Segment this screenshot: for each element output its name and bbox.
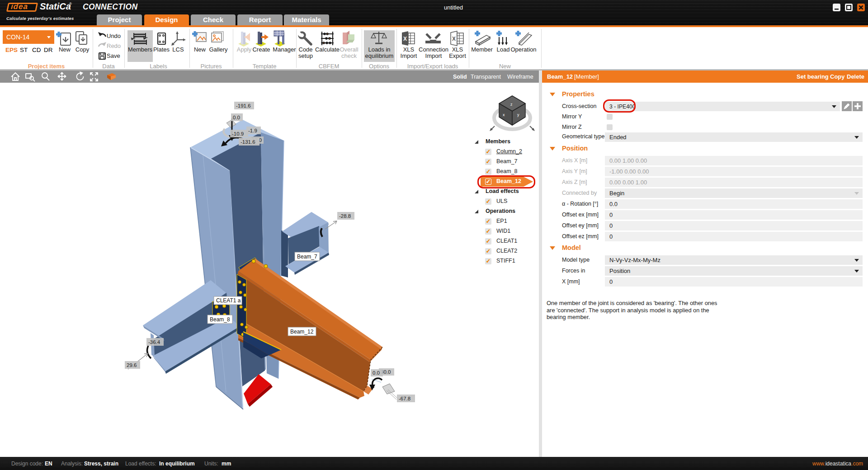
svg-text:29.6: 29.6 — [127, 362, 137, 368]
svg-text:Beam_7: Beam_7 — [297, 254, 317, 260]
svg-text:y: y — [517, 113, 519, 117]
svg-text:-36.4: -36.4 — [148, 339, 160, 345]
svg-text:-191.6: -191.6 — [236, 103, 251, 108]
svg-text:0.0: 0.0 — [373, 370, 380, 376]
svg-text:-28.8: -28.8 — [339, 213, 351, 219]
svg-text:-10.9: -10.9 — [232, 131, 244, 136]
svg-text:-131.6: -131.6 — [241, 139, 255, 145]
svg-text:Beam_8: Beam_8 — [210, 316, 230, 323]
svg-text:X: X — [403, 36, 407, 42]
svg-text:0.0: 0.0 — [233, 115, 240, 120]
svg-text:CLEAT1 a: CLEAT1 a — [216, 297, 241, 304]
svg-text:z: z — [510, 102, 513, 107]
svg-text:-1.9: -1.9 — [248, 128, 257, 133]
svg-text:-67.8: -67.8 — [399, 396, 410, 401]
svg-text:x: x — [503, 113, 505, 117]
svg-text:X: X — [452, 36, 456, 42]
svg-text:Beam_12: Beam_12 — [290, 329, 314, 335]
